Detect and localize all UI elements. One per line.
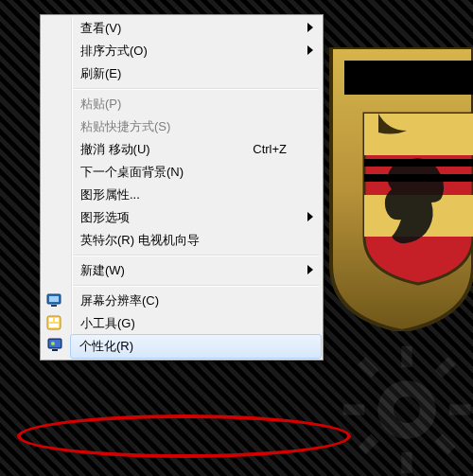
menu-item-label: 英特尔(R) 电视机向导 bbox=[80, 233, 200, 247]
menu-item[interactable]: 英特尔(R) 电视机向导 bbox=[71, 229, 321, 252]
svg-point-14 bbox=[394, 397, 420, 423]
menu-item[interactable]: 撤消 移动(U)Ctrl+Z bbox=[71, 138, 321, 161]
desktop-background: 查看(V)排序方式(O)刷新(E)粘贴(P)粘贴快捷方式(S)撤消 移动(U)C… bbox=[0, 0, 473, 476]
svg-rect-8 bbox=[343, 404, 364, 414]
submenu-arrow-icon bbox=[307, 206, 313, 229]
menu-item[interactable]: 查看(V) bbox=[71, 17, 321, 40]
menu-item-label: 小工具(G) bbox=[80, 316, 135, 330]
svg-point-24 bbox=[51, 342, 55, 345]
menu-item-label: 屏幕分辨率(C) bbox=[80, 293, 159, 308]
menu-item[interactable]: 图形选项 bbox=[71, 206, 321, 229]
menu-item-label: 下一个桌面背景(N) bbox=[80, 165, 184, 179]
menu-item[interactable]: 小工具(G) bbox=[71, 312, 321, 335]
menu-item[interactable]: 排序方式(O) bbox=[71, 40, 321, 62]
svg-rect-9 bbox=[449, 404, 470, 414]
menu-item-label: 粘贴快捷方式(S) bbox=[80, 119, 170, 133]
menu-item-label: 图形属性... bbox=[80, 187, 140, 202]
menu-item[interactable]: 新建(W) bbox=[71, 259, 321, 282]
svg-rect-10 bbox=[359, 357, 379, 378]
svg-rect-12 bbox=[435, 357, 456, 378]
submenu-arrow-icon bbox=[307, 40, 313, 62]
menu-item-label: 撤消 移动(U) bbox=[80, 142, 150, 156]
menu-item[interactable]: 刷新(E) bbox=[71, 62, 321, 85]
resolution-icon bbox=[46, 292, 63, 309]
menu-item-label: 排序方式(O) bbox=[80, 44, 148, 58]
svg-rect-13 bbox=[359, 434, 379, 455]
highlight-ellipse bbox=[17, 414, 351, 458]
menu-separator bbox=[73, 88, 319, 90]
menu-item-label: 新建(W) bbox=[80, 263, 125, 277]
submenu-arrow-icon bbox=[307, 259, 313, 282]
svg-rect-4 bbox=[364, 174, 473, 182]
menu-item[interactable]: 下一个桌面背景(N) bbox=[71, 161, 321, 184]
svg-rect-21 bbox=[49, 324, 59, 327]
menu-item[interactable]: 个性化(R) bbox=[70, 334, 322, 359]
svg-rect-16 bbox=[49, 296, 59, 302]
svg-rect-17 bbox=[51, 305, 57, 307]
crest-logo bbox=[322, 47, 473, 331]
menu-item-label: 个性化(R) bbox=[79, 339, 133, 353]
submenu-arrow-icon bbox=[307, 17, 313, 40]
svg-rect-3 bbox=[364, 159, 473, 167]
watermark-gear-icon bbox=[341, 344, 473, 476]
svg-rect-19 bbox=[49, 318, 53, 322]
menu-item-shortcut: Ctrl+Z bbox=[253, 138, 287, 161]
menu-item-label: 查看(V) bbox=[80, 21, 121, 35]
svg-rect-0 bbox=[344, 61, 473, 95]
personalize-icon bbox=[47, 337, 64, 354]
desktop-context-menu: 查看(V)排序方式(O)刷新(E)粘贴(P)粘贴快捷方式(S)撤消 移动(U)C… bbox=[40, 14, 324, 361]
menu-item-label: 刷新(E) bbox=[80, 66, 121, 80]
menu-item[interactable]: 屏幕分辨率(C) bbox=[71, 290, 321, 312]
menu-separator bbox=[73, 285, 319, 287]
svg-rect-20 bbox=[55, 318, 59, 322]
menu-item: 粘贴快捷方式(S) bbox=[71, 115, 321, 138]
menu-item-label: 图形选项 bbox=[80, 210, 130, 224]
svg-rect-7 bbox=[401, 452, 412, 473]
svg-rect-11 bbox=[435, 434, 456, 455]
menu-item: 粘贴(P) bbox=[71, 93, 321, 115]
svg-rect-6 bbox=[401, 346, 412, 367]
svg-rect-25 bbox=[52, 349, 58, 351]
menu-item-label: 粘贴(P) bbox=[80, 97, 121, 111]
menu-separator bbox=[73, 255, 319, 256]
gadgets-icon bbox=[46, 315, 63, 332]
menu-item[interactable]: 图形属性... bbox=[71, 184, 321, 206]
